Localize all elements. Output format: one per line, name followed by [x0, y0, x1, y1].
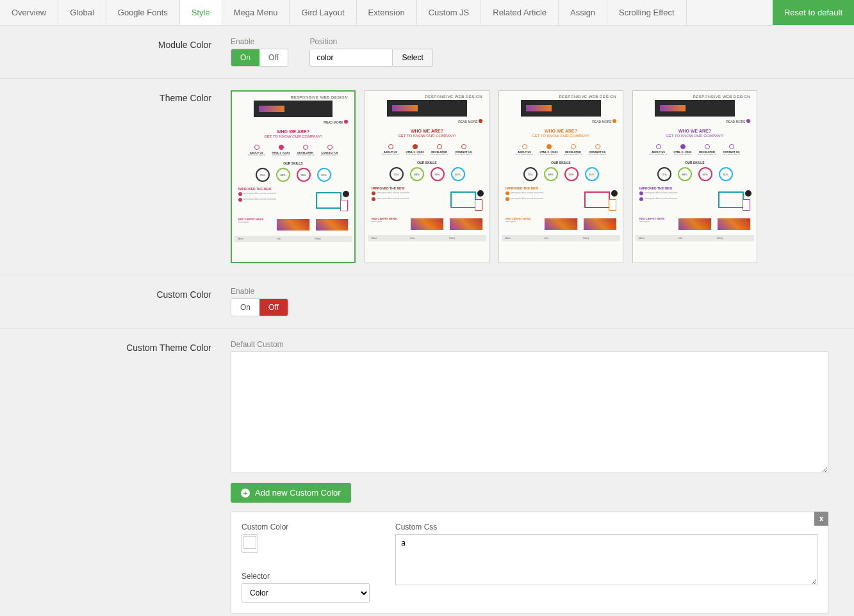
- theme-option-3[interactable]: RESPONSIVE WEB DESIGN READ MORE WHO WE A…: [632, 90, 757, 263]
- default-custom-label: Default Custom: [231, 340, 828, 349]
- toggle-on[interactable]: On: [231, 49, 259, 66]
- custom-color-label: Custom Color: [242, 523, 370, 531]
- custom-color-toggle[interactable]: On Off: [231, 298, 288, 316]
- label-custom-theme-color: Custom Theme Color: [0, 340, 231, 613]
- toggle-off[interactable]: Off: [259, 49, 288, 66]
- row-custom-color: Custom Color Enable On Off: [0, 275, 854, 328]
- label-theme-color: Theme Color: [0, 90, 231, 263]
- position-input[interactable]: [309, 49, 393, 67]
- theme-option-2[interactable]: RESPONSIVE WEB DESIGN READ MORE WHO WE A…: [498, 90, 623, 263]
- tab-custom-js[interactable]: Custom JS: [417, 0, 482, 25]
- custom-css-textarea[interactable]: [395, 534, 817, 585]
- default-custom-textarea[interactable]: [231, 352, 828, 473]
- label-custom-color: Custom Color: [0, 287, 231, 316]
- selector-label: Selector: [242, 572, 370, 581]
- color-swatch: [243, 536, 256, 549]
- tab-extension[interactable]: Extension: [357, 0, 417, 25]
- position-label: Position: [309, 37, 432, 46]
- tab-related-article[interactable]: Related Article: [481, 0, 559, 25]
- custom-css-label: Custom Css: [395, 523, 817, 531]
- tab-scrolling-effect[interactable]: Scrolling Effect: [607, 0, 686, 25]
- tab-google-fonts[interactable]: Google Fonts: [106, 0, 180, 25]
- theme-thumbnails: RESPONSIVE WEB DESIGN READ MORE WHO WE A…: [231, 90, 828, 263]
- tab-assign[interactable]: Assign: [559, 0, 607, 25]
- tab-mega-menu[interactable]: Mega Menu: [222, 0, 290, 25]
- toggle-on[interactable]: On: [231, 299, 259, 316]
- custom-color-input[interactable]: [242, 534, 258, 553]
- theme-option-1[interactable]: RESPONSIVE WEB DESIGN READ MORE WHO WE A…: [365, 90, 489, 263]
- toggle-off[interactable]: Off: [259, 299, 288, 316]
- row-theme-color: Theme Color RESPONSIVE WEB DESIGN READ M…: [0, 79, 854, 275]
- tab-overview[interactable]: Overview: [0, 0, 58, 25]
- tab-style[interactable]: Style: [180, 0, 222, 25]
- selector-dropdown[interactable]: Color: [242, 583, 370, 603]
- add-custom-color-button[interactable]: + Add new Custom Color: [231, 483, 351, 503]
- custom-color-box: x Custom Color Selector Color Custom Css: [231, 512, 828, 613]
- row-custom-theme-color: Custom Theme Color Default Custom + Add …: [0, 328, 854, 616]
- tabs-bar: OverviewGlobalGoogle FontsStyleMega Menu…: [0, 0, 854, 26]
- tab-global[interactable]: Global: [58, 0, 106, 25]
- row-module-color: Module Color Enable On Off Position Sele…: [0, 26, 854, 79]
- label-module-color: Module Color: [0, 37, 231, 67]
- close-icon[interactable]: x: [814, 512, 828, 526]
- theme-option-0[interactable]: RESPONSIVE WEB DESIGN READ MORE WHO WE A…: [231, 90, 356, 263]
- enable-label: Enable: [231, 37, 288, 46]
- add-button-label: Add new Custom Color: [255, 488, 341, 498]
- enable-label-cc: Enable: [231, 287, 288, 296]
- select-button[interactable]: Select: [393, 49, 432, 67]
- plus-icon: +: [241, 489, 250, 498]
- tab-gird-layout[interactable]: Gird Layout: [290, 0, 356, 25]
- module-color-toggle[interactable]: On Off: [231, 49, 288, 67]
- reset-to-default-button[interactable]: Reset to default: [773, 0, 854, 25]
